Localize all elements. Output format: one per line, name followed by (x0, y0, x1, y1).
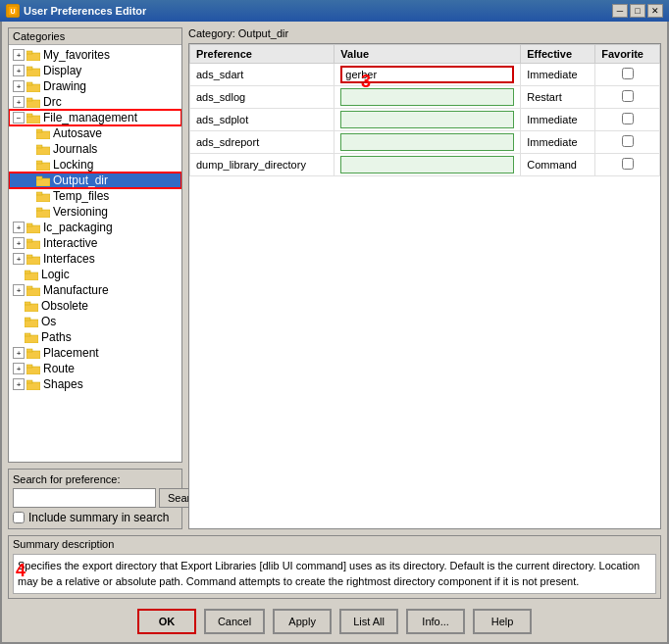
search-row: Search (13, 488, 178, 508)
expand-my-favorites[interactable]: + (13, 49, 25, 61)
favorite-cell[interactable] (595, 86, 660, 109)
tree-label: File_management (43, 111, 137, 124)
pref-name: ads_sdreport (190, 131, 334, 154)
expand-manufacture[interactable]: + (13, 284, 25, 296)
tree-label: Interactive (43, 236, 97, 250)
tree-item-file-management[interactable]: − File_management 1 (9, 110, 181, 125)
tree-item-obsolete[interactable]: Obsolete (9, 298, 181, 314)
maximize-button[interactable]: □ (630, 4, 645, 18)
tree-item-os[interactable]: Os (9, 314, 181, 329)
svg-rect-29 (26, 255, 32, 258)
value-cell[interactable] (334, 131, 521, 154)
info-button[interactable]: Info... (406, 609, 465, 634)
tree-label: Autosave (53, 126, 102, 140)
expand-ic-packaging[interactable]: + (13, 222, 25, 233)
tree-label: Logic (41, 268, 70, 281)
apply-button[interactable]: Apply (273, 609, 332, 634)
tree-item-drawing[interactable]: + Drawing (9, 78, 181, 94)
tree-item-shapes[interactable]: + Shapes (9, 376, 181, 392)
tree-item-temp-files[interactable]: Temp_files (9, 188, 181, 204)
search-area: Search for preference: Search Include su… (8, 469, 182, 529)
expand-shapes[interactable]: + (13, 378, 25, 390)
tree-item-versioning[interactable]: Versioning (9, 204, 181, 220)
close-button[interactable]: ✕ (647, 4, 663, 18)
expand-route[interactable]: + (13, 363, 25, 374)
folder-icon (26, 113, 40, 124)
favorite-cell[interactable] (595, 109, 660, 131)
tree-item-autosave[interactable]: Autosave (9, 125, 181, 141)
tree-item-journals[interactable]: Journals (9, 141, 181, 157)
expand-placement[interactable]: + (13, 347, 25, 359)
tree-item-logic[interactable]: Logic (9, 267, 181, 282)
cancel-button[interactable]: Cancel (204, 609, 265, 634)
include-summary-checkbox[interactable] (13, 512, 25, 523)
svg-rect-45 (26, 380, 32, 383)
tree-container[interactable]: + My_favorites + Display (9, 45, 181, 462)
summary-text: Specifies the export directory that Expo… (13, 554, 656, 594)
tree-item-interactive[interactable]: + Interactive (9, 235, 181, 251)
favorite-checkbox[interactable] (622, 90, 634, 102)
value-cell[interactable] (334, 109, 521, 131)
tree-item-output-dir[interactable]: Output_dir 2 (9, 173, 181, 188)
tree-item-locking[interactable]: Locking (9, 157, 181, 173)
value-cell[interactable] (334, 154, 521, 176)
svg-text:U: U (10, 8, 15, 15)
svg-rect-13 (36, 129, 42, 132)
expand-drc[interactable]: + (13, 96, 25, 108)
value-input-ads-sdreport[interactable] (340, 133, 514, 151)
titlebar: U User Preferences Editor ─ □ ✕ (0, 0, 669, 22)
minimize-button[interactable]: ─ (612, 4, 628, 18)
folder-icon (36, 175, 50, 186)
effective-cell: Command (521, 154, 595, 176)
folder-icon (36, 160, 50, 171)
window-title: User Preferences Editor (24, 5, 146, 17)
preferences-table: Preference Value Effective Favorite ads_… (189, 44, 660, 176)
expand-display[interactable]: + (13, 65, 25, 76)
folder-icon (26, 50, 40, 61)
effective-cell: Immediate (521, 109, 595, 131)
tree-item-paths[interactable]: Paths (9, 329, 181, 345)
tree-label: Shapes (43, 377, 83, 391)
expand-drawing[interactable]: + (13, 80, 25, 92)
tree-item-drc[interactable]: + Drc (9, 94, 181, 110)
effective-cell: Restart (521, 86, 595, 109)
titlebar-left: U User Preferences Editor (6, 4, 146, 18)
tree-label: Temp_files (53, 189, 109, 203)
list-all-button[interactable]: List All (339, 609, 398, 634)
help-button[interactable]: Help (473, 609, 532, 634)
folder-icon (26, 379, 40, 390)
table-row: ads_sdplot Immediate (190, 109, 660, 131)
tree-item-manufacture[interactable]: + Manufacture (9, 282, 181, 298)
folder-icon (25, 270, 38, 280)
value-input-dump-library[interactable] (340, 156, 514, 173)
tree-item-ic-packaging[interactable]: + Ic_packaging (9, 220, 181, 235)
category-header: Category: Output_dir (188, 27, 661, 39)
left-panel: Categories + My_favorites + (8, 27, 182, 529)
table-row: ads_sdreport Immediate (190, 131, 660, 154)
tree-item-route[interactable]: + Route (9, 361, 181, 376)
include-summary-label: Include summary in search (28, 511, 169, 524)
svg-rect-7 (26, 82, 32, 85)
favorite-cell[interactable] (595, 64, 660, 86)
favorite-checkbox[interactable] (622, 135, 634, 147)
favorite-cell[interactable] (595, 131, 660, 154)
tree-item-display[interactable]: + Display (9, 63, 181, 78)
pref-name: ads_sdlog (190, 86, 334, 109)
favorite-cell[interactable] (595, 154, 660, 176)
tree-item-interfaces[interactable]: + Interfaces (9, 251, 181, 267)
search-input[interactable] (13, 488, 156, 508)
tree-item-placement[interactable]: + Placement (9, 345, 181, 361)
expand-interfaces[interactable]: + (13, 253, 25, 265)
value-input-ads-sdplot[interactable] (340, 111, 514, 128)
folder-icon (26, 223, 40, 233)
favorite-checkbox[interactable] (622, 158, 634, 170)
favorite-checkbox[interactable] (622, 113, 634, 124)
ok-button[interactable]: OK (137, 609, 196, 634)
tree-label: My_favorites (43, 48, 110, 62)
folder-icon (36, 207, 50, 218)
tree-item-my-favorites[interactable]: + My_favorites (9, 47, 181, 63)
expand-interactive[interactable]: + (13, 237, 25, 249)
expand-file-management[interactable]: − (13, 112, 25, 124)
folder-icon (36, 144, 50, 155)
favorite-checkbox[interactable] (622, 68, 634, 79)
